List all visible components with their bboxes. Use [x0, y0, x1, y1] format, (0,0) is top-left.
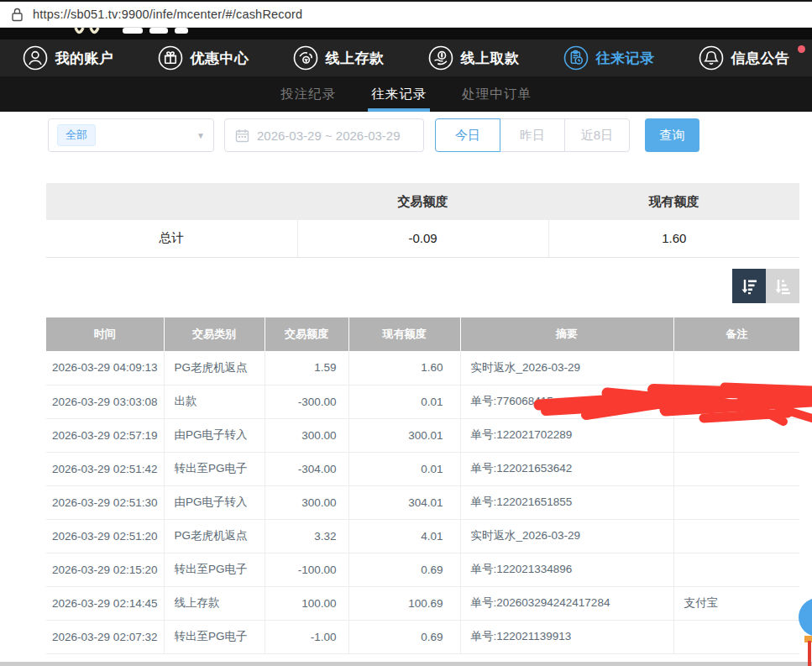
- header-remark: 备注: [673, 317, 799, 351]
- tab-pending-orders[interactable]: 处理中订单: [458, 76, 535, 112]
- nav-item-label: 线上取款: [461, 49, 520, 68]
- cell-time: 2026-03-29 02:51:20: [46, 519, 164, 553]
- cell-remark: [673, 418, 799, 452]
- nav-item-transaction-records[interactable]: 往来记录: [542, 39, 677, 76]
- cell-balance: 304.01: [348, 485, 460, 519]
- quick-range-today[interactable]: 今日: [435, 118, 500, 152]
- nav-item-label: 我的账户: [55, 49, 114, 68]
- nav-item-promotions[interactable]: 优惠中心: [136, 39, 271, 76]
- chevron-down-icon: ▼: [196, 131, 205, 140]
- summary-header-amount: 交易额度: [297, 183, 548, 220]
- quick-range-yesterday[interactable]: 昨日: [500, 118, 565, 152]
- cell-amount: 100.00: [265, 586, 348, 620]
- cell-remark: [673, 351, 799, 385]
- date-range-value: 2026-03-29 ~ 2026-03-29: [257, 128, 401, 143]
- table-row: 2026-03-29 04:09:13 PG老虎机返点 1.59 1.60 实时…: [46, 351, 799, 385]
- cell-type: PG老虎机返点: [164, 519, 265, 553]
- table-row: 2026-03-29 02:51:42 转出至PG电子 -304.00 0.01…: [46, 452, 799, 485]
- cell-summary: 实时返水_2026-03-29: [460, 351, 673, 385]
- main-nav: 我的账户 优惠中心 线上存款 线上取款 往来记录: [0, 39, 812, 76]
- sort-descending-icon: [739, 276, 759, 296]
- cell-balance: 0.69: [348, 553, 460, 586]
- cell-remark: [673, 485, 799, 519]
- cell-summary: 单号:776068415: [460, 385, 673, 418]
- gift-icon: [158, 45, 183, 71]
- filter-row: 全部 ▼ 2026-03-29 ~ 2026-03-29 今日 昨日 近8日 查…: [48, 118, 699, 152]
- cell-summary: 单号:202603294242417284: [460, 586, 673, 620]
- header-summary: 摘要: [460, 317, 673, 351]
- cell-amount: 300.00: [265, 418, 348, 452]
- cell-balance: 0.01: [348, 385, 460, 418]
- cell-summary: 单号:122021702289: [460, 418, 673, 452]
- cell-type: 出款: [164, 385, 265, 418]
- summary-total-label: 总计: [46, 220, 297, 257]
- nav-item-my-account[interactable]: 我的账户: [1, 39, 136, 76]
- nav-item-label: 线上存款: [326, 49, 385, 68]
- type-filter-tag[interactable]: 全部: [57, 124, 96, 146]
- cell-time: 2026-03-29 02:14:45: [46, 586, 164, 620]
- sort-buttons: [732, 269, 799, 303]
- cell-amount: 1.59: [265, 351, 348, 385]
- withdraw-hand-coin-icon: [428, 45, 453, 71]
- header-amount: 交易额度: [265, 317, 348, 351]
- cell-balance: 1.60: [348, 351, 460, 385]
- notification-dot: [798, 45, 805, 53]
- url-text[interactable]: https://sb051.tv:9900/infe/mcenter/#/cas…: [33, 8, 302, 21]
- sort-descending-button[interactable]: [732, 269, 766, 303]
- browser-window: https://sb051.tv:9900/infe/mcenter/#/cas…: [0, 0, 812, 666]
- cell-time: 2026-03-29 02:15:20: [46, 553, 164, 586]
- sort-ascending-button[interactable]: [766, 269, 799, 303]
- cell-remark: [673, 385, 799, 418]
- cell-balance: 100.69: [348, 586, 460, 620]
- table-row: 2026-03-29 02:51:30 由PG电子转入 300.00 304.0…: [46, 485, 799, 519]
- calendar-icon: [235, 128, 249, 143]
- cell-balance: 0.01: [348, 452, 460, 485]
- summary-table: 交易额度 现有额度 总计 -0.09 1.60: [46, 183, 799, 258]
- tab-transaction-records[interactable]: 往来记录: [368, 76, 430, 112]
- cell-time: 2026-03-29 02:57:19: [46, 418, 164, 452]
- tab-bet-records[interactable]: 投注纪录: [277, 76, 339, 112]
- quick-range-last-8-days[interactable]: 近8日: [564, 118, 630, 152]
- cell-amount: 300.00: [265, 485, 348, 519]
- cell-amount: 3.32: [265, 519, 348, 553]
- cell-summary: 实时返水_2026-03-29: [460, 519, 673, 553]
- browser-address-bar[interactable]: https://sb051.tv:9900/infe/mcenter/#/cas…: [0, 0, 812, 28]
- cell-amount: -304.00: [265, 452, 348, 485]
- table-row: 2026-03-29 03:03:08 出款 -300.00 0.01 单号:7…: [46, 385, 799, 418]
- date-range-input[interactable]: 2026-03-29 ~ 2026-03-29: [224, 118, 424, 152]
- cell-time: 2026-03-29 02:51:42: [46, 452, 164, 485]
- header-type: 交易类别: [164, 317, 265, 351]
- lock-icon: [11, 8, 24, 22]
- nav-item-label: 往来记录: [596, 49, 655, 68]
- nav-item-announcements[interactable]: 信息公告: [677, 39, 812, 76]
- cell-amount: -1.00: [265, 620, 348, 653]
- cell-type: 转出至PG电子: [164, 452, 265, 485]
- search-button[interactable]: 查询: [645, 118, 699, 152]
- transactions-table: 时间 交易类别 交易额度 现有额度 摘要 备注 2026-03-29 04:09…: [46, 317, 799, 654]
- nav-item-online-deposit[interactable]: 线上存款: [271, 39, 406, 76]
- header-time: 时间: [46, 317, 164, 351]
- table-row: 2026-03-29 02:07:32 转出至PG电子 -1.00 0.69 单…: [46, 620, 799, 653]
- floating-figure-fragment-red: [808, 641, 811, 666]
- deposit-hand-coin-icon: [293, 45, 318, 71]
- cell-summary: 单号:122021334896: [460, 553, 673, 586]
- cell-time: 2026-03-29 02:51:30: [46, 485, 164, 519]
- nav-item-online-withdrawal[interactable]: 线上取款: [406, 39, 542, 76]
- cell-remark: [673, 519, 799, 553]
- site-logo-partial: [0, 28, 812, 39]
- cell-summary: 单号:122021653642: [460, 452, 673, 485]
- customer-service-widget[interactable]: [799, 598, 812, 637]
- quick-range-group: 今日 昨日 近8日: [435, 118, 630, 152]
- sort-ascending-icon: [773, 276, 793, 296]
- table-header-row: 时间 交易类别 交易额度 现有额度 摘要 备注: [46, 317, 799, 351]
- cell-remark: [673, 620, 799, 653]
- table-row: 2026-03-29 02:51:20 PG老虎机返点 3.32 4.01 实时…: [46, 519, 799, 553]
- table-row: 2026-03-29 02:14:45 线上存款 100.00 100.69 单…: [46, 586, 799, 620]
- type-filter-select[interactable]: 全部 ▼: [48, 118, 214, 152]
- sub-nav: 投注纪录 往来记录 处理中订单: [0, 76, 812, 112]
- cell-summary: 单号:122021651855: [460, 485, 673, 519]
- cell-type: 转出至PG电子: [164, 620, 265, 653]
- cell-type: PG老虎机返点: [164, 351, 265, 385]
- cell-time: 2026-03-29 02:07:32: [46, 620, 164, 653]
- cell-summary: 单号:122021139913: [460, 620, 673, 653]
